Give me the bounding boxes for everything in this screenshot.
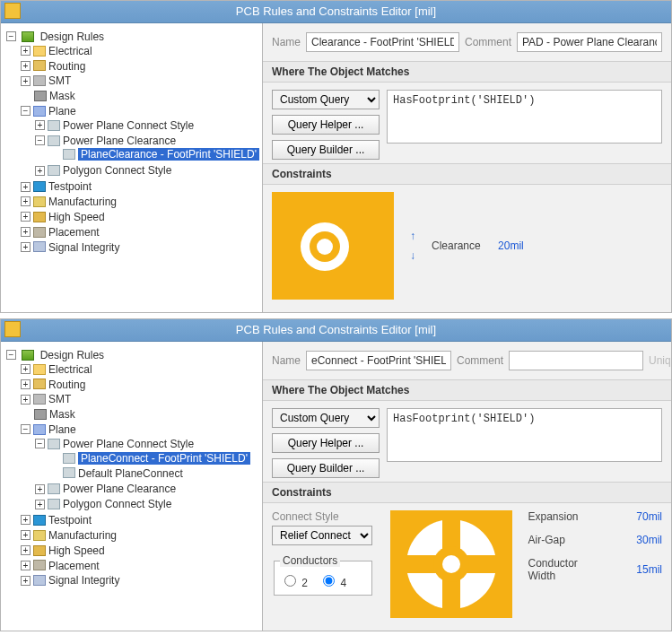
rules-root-icon [22, 350, 34, 361]
rule-group-icon [48, 499, 60, 509]
tree-plane-clearance-rule[interactable]: PlaneClearance - FootPrint 'SHIELD' [78, 148, 259, 161]
tree-smt[interactable]: SMT [48, 393, 71, 405]
toggle-icon[interactable]: + [21, 227, 31, 237]
toggle-icon[interactable]: + [21, 395, 31, 405]
toggle-icon[interactable]: + [21, 364, 31, 374]
tree-electrical[interactable]: Electrical [48, 363, 92, 376]
title-bar: PCB Rules and Constraints Editor [mil] [1, 1, 671, 23]
tree-root[interactable]: Design Rules [40, 349, 104, 361]
toggle-icon[interactable]: + [35, 484, 45, 494]
toggle-icon[interactable]: + [21, 182, 31, 192]
title-bar: PCB Rules and Constraints Editor [mil] [1, 319, 671, 342]
conductors-opt-2[interactable]: 2 [280, 572, 308, 589]
rule-group-icon [48, 135, 60, 146]
tree-routing[interactable]: Routing [48, 378, 85, 390]
conductors-radio-4[interactable] [323, 575, 335, 587]
rule-icon [63, 453, 75, 464]
query-type-select[interactable]: Custom Query [272, 408, 380, 428]
tree-sidebar: − Design Rules +Electrical +Routing +SMT… [1, 342, 263, 631]
si-icon [33, 575, 46, 586]
query-type-select[interactable]: Custom Query [272, 90, 380, 109]
tree-placement[interactable]: Placement [48, 559, 100, 571]
toggle-icon[interactable]: + [21, 515, 31, 525]
tree-default-plane-connect[interactable]: Default PlaneConnect [78, 466, 183, 479]
manufacturing-icon [33, 530, 46, 541]
query-builder-button[interactable]: Query Builder ... [272, 140, 380, 160]
query-helper-button[interactable]: Query Helper ... [272, 433, 380, 453]
toggle-icon[interactable]: + [35, 500, 45, 509]
tree-routing[interactable]: Routing [48, 59, 85, 72]
editor-panel-clearance: PCB Rules and Constraints Editor [mil] −… [0, 0, 672, 313]
rule-comment-input[interactable] [509, 351, 643, 370]
tree-placement[interactable]: Placement [48, 226, 100, 239]
tree-electrical[interactable]: Electrical [48, 45, 92, 57]
toggle-icon[interactable]: + [35, 166, 45, 176]
rule-group-icon [48, 165, 60, 176]
toggle-icon[interactable]: + [21, 545, 31, 555]
tree-plane[interactable]: Plane [48, 105, 76, 117]
tree-manufacturing[interactable]: Manufacturing [48, 529, 117, 542]
tree-plane[interactable]: Plane [48, 423, 76, 436]
toggle-icon[interactable]: + [21, 530, 31, 540]
conductors-opt-4[interactable]: 4 [319, 572, 346, 589]
toggle-icon[interactable]: + [21, 46, 31, 56]
rule-icon [63, 467, 75, 478]
tree-pp-clearance[interactable]: Power Plane Clearance [63, 483, 176, 495]
tree-pp-connect-style[interactable]: Power Plane Connect Style [63, 438, 194, 450]
toggle-icon[interactable]: − [6, 350, 16, 360]
tree-polygon-connect[interactable]: Polygon Connect Style [63, 164, 171, 177]
tree-signal-integrity[interactable]: Signal Integrity [48, 240, 119, 253]
rules-tree[interactable]: − Design Rules +Electrical +Routing +SMT… [6, 347, 258, 588]
toggle-icon[interactable]: − [21, 424, 31, 434]
toggle-icon[interactable]: + [21, 61, 31, 71]
tree-signal-integrity[interactable]: Signal Integrity [48, 574, 119, 587]
tree-high-speed[interactable]: High Speed [48, 544, 105, 557]
toggle-icon[interactable]: − [21, 106, 31, 116]
tree-root[interactable]: Design Rules [40, 30, 104, 43]
tree-pp-clearance[interactable]: Power Plane Clearance [63, 135, 176, 147]
connect-style-label: Connect Style [272, 510, 374, 523]
tree-mask[interactable]: Mask [49, 90, 75, 102]
comment-label: Comment [465, 36, 511, 48]
rule-group-icon [48, 483, 60, 494]
tree-plane-connect-rule[interactable]: PlaneConnect - FootPrint 'SHIELD' [78, 452, 250, 465]
conductors-radio-2[interactable] [284, 575, 296, 587]
toggle-icon[interactable]: + [21, 561, 31, 570]
tree-polygon-connect[interactable]: Polygon Connect Style [63, 498, 171, 510]
tree-testpoint[interactable]: Testpoint [48, 180, 92, 193]
query-builder-button[interactable]: Query Builder ... [272, 458, 380, 478]
rule-name-input[interactable] [306, 32, 459, 52]
expansion-value[interactable]: 70mil [636, 510, 662, 523]
connect-style-select[interactable]: Relief Connect [272, 526, 372, 545]
tree-high-speed[interactable]: High Speed [48, 211, 105, 223]
rule-comment-input[interactable] [517, 32, 662, 52]
mask-icon [34, 409, 47, 420]
query-text-area[interactable]: HasFootprint('SHIELD') [387, 90, 662, 144]
toggle-icon[interactable]: + [21, 196, 31, 206]
tree-manufacturing[interactable]: Manufacturing [48, 196, 117, 208]
query-helper-button[interactable]: Query Helper ... [272, 115, 380, 135]
comment-label: Comment [457, 354, 503, 367]
rules-tree[interactable]: − Design Rules +Electrical +Routing +SMT… [6, 29, 258, 255]
toggle-icon[interactable]: − [6, 31, 16, 41]
smt-icon [33, 75, 46, 86]
air-gap-value[interactable]: 30mil [636, 534, 662, 546]
toggle-icon[interactable]: + [35, 120, 45, 130]
tree-sidebar: − Design Rules +Electrical +Routing +SMT… [1, 23, 263, 312]
toggle-icon[interactable]: + [21, 576, 31, 586]
toggle-icon[interactable]: + [21, 212, 31, 222]
tree-pp-connect-style[interactable]: Power Plane Connect Style [63, 119, 194, 132]
rule-name-input[interactable] [306, 351, 451, 370]
clearance-value[interactable]: 20mil [498, 239, 524, 252]
query-text-area[interactable]: HasFootprint('SHIELD') [387, 408, 662, 462]
conductor-width-value[interactable]: 15mil [636, 563, 662, 576]
tree-smt[interactable]: SMT [48, 74, 71, 87]
toggle-icon[interactable]: − [35, 135, 45, 145]
toggle-icon[interactable]: + [21, 242, 31, 252]
toggle-icon[interactable]: + [21, 76, 31, 86]
tree-testpoint[interactable]: Testpoint [48, 514, 92, 527]
conductors-label: Conductors [280, 554, 340, 567]
toggle-icon[interactable]: + [21, 379, 31, 389]
toggle-icon[interactable]: − [35, 439, 45, 448]
tree-mask[interactable]: Mask [49, 408, 75, 421]
